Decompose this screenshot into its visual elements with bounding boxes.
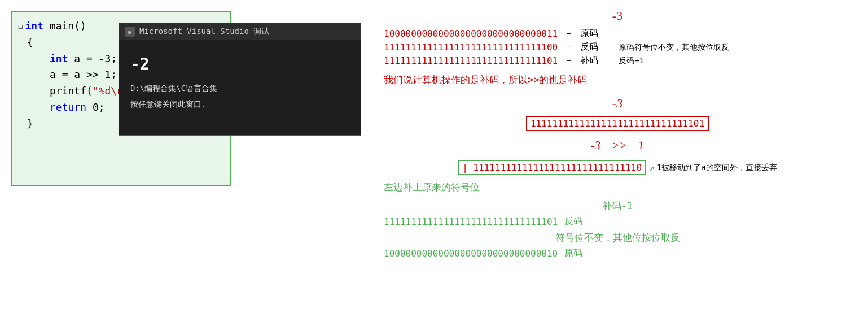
debug-content: -2 D:\编程合集\C语言合集 按任意键关闭此窗口. xyxy=(119,40,361,120)
keyword-int-2: int xyxy=(50,51,68,67)
binary-fanma: 11111111111111111111111111111100 xyxy=(384,42,558,53)
fanma-val: 11111111111111111111111111111101 xyxy=(384,216,558,227)
debug-note: 按任意键关闭此窗口. xyxy=(130,96,349,112)
binary-row-buma: 11111111111111111111111111111101 － 补码 反码… xyxy=(384,55,851,67)
boxed-buma: 11111111111111111111111111111101 xyxy=(526,116,709,131)
binary-yuanma: 10000000000000000000000000000011 xyxy=(384,28,558,39)
stmt-shift: a = a >> 1; xyxy=(50,67,117,83)
binary-row-fanma: 11111111111111111111111111111100 － 反码 原码… xyxy=(384,41,851,53)
keyword-int: int xyxy=(25,18,43,34)
yuanma-label: 原码 xyxy=(564,248,582,259)
boxed-buma-row: 11111111111111111111111111111101 xyxy=(384,116,851,131)
right-panel: -3 10000000000000000000000000000011 － 原码… xyxy=(367,0,868,334)
sign-note: 符号位不变，其他位按位取反 xyxy=(384,231,851,244)
fn-name: main() xyxy=(50,18,86,34)
debug-title-bar: ▣ Microsoft Visual Studio 调试 xyxy=(119,23,361,40)
label-fanma: 反码 xyxy=(580,41,598,53)
hw-neg3: -3 xyxy=(612,96,622,111)
return-val: 0; xyxy=(93,99,105,116)
debug-icon: ▣ xyxy=(125,27,135,37)
var-a-decl: a = -3; xyxy=(74,51,117,67)
left-fill-note: 左边补上原来的符号位 xyxy=(384,181,851,194)
label-buma: 补码 xyxy=(580,55,598,67)
debug-title: Microsoft Visual Studio 调试 xyxy=(139,27,269,37)
note-fanma: 原码符号位不变，其他按位取反 xyxy=(611,42,729,53)
binary-buma: 11111111111111111111111111111101 xyxy=(384,55,558,66)
shift-result-container: | 1111111111111111111111111111110 ↗ 1被移动… xyxy=(384,160,851,175)
fanma-row: 11111111111111111111111111111101 反码 xyxy=(384,216,851,228)
hw-neg3-row: -3 xyxy=(384,93,851,114)
left-panel: ⊟ int main() { int a = -3; a = a >> 1; p… xyxy=(0,0,367,334)
shift-result-binary: | 1111111111111111111111111111110 xyxy=(458,160,646,175)
arrow-right: ↗ xyxy=(648,162,655,173)
buma-minus1: 补码-1 xyxy=(384,199,851,212)
computer-note: 我们说计算机操作的是补码，所以>>的也是补码 xyxy=(384,73,851,86)
label-yuanma: 原码 xyxy=(580,28,598,40)
yuanma-val: 10000000000000000000000000000010 xyxy=(384,248,558,259)
yuanma-row: 10000000000000000000000000000010 原码 xyxy=(384,248,851,259)
title-neg3: -3 xyxy=(384,8,851,23)
keyword-return: return xyxy=(50,99,86,116)
thrown-note: 1被移动到了a的空间外，直接丢弃 xyxy=(657,163,777,173)
shift-label: -3 >> 1 xyxy=(591,138,644,153)
fanma-label: 反码 xyxy=(564,216,582,228)
collapse-icon[interactable]: ⊟ xyxy=(18,20,23,33)
debug-value: -2 xyxy=(130,49,349,80)
brace-open: { xyxy=(27,34,33,51)
shift-row: -3 >> 1 xyxy=(384,133,851,158)
debug-window: ▣ Microsoft Visual Studio 调试 -2 D:\编程合集\… xyxy=(119,23,361,136)
binary-row-yuanma: 10000000000000000000000000000011 － 原码 xyxy=(384,28,851,40)
debug-path: D:\编程合集\C语言合集 xyxy=(130,80,349,96)
brace-close: } xyxy=(27,116,33,132)
note-buma: 反码+1 xyxy=(611,56,644,66)
